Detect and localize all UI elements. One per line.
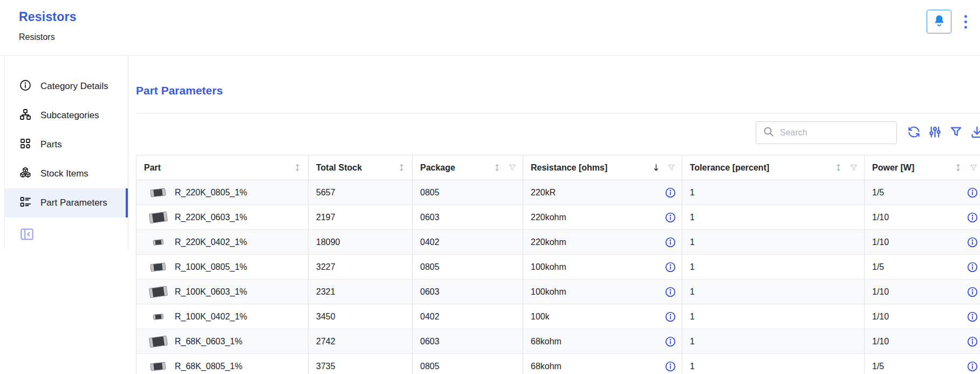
info-circle-icon (19, 79, 32, 94)
power-cell: 1/10 (872, 312, 889, 322)
info-icon[interactable] (664, 286, 676, 298)
total-stock-cell: 2742 (309, 329, 413, 354)
notifications-button[interactable] (927, 10, 951, 33)
filter-button[interactable] (948, 124, 963, 142)
power-cell: 1/5 (872, 262, 884, 272)
tolerance-cell: 1 (682, 329, 865, 354)
info-icon[interactable] (967, 311, 978, 323)
info-icon[interactable] (967, 286, 978, 298)
part-name[interactable]: R_68K_0805_1% (175, 362, 242, 371)
column-header-package[interactable]: Package (413, 155, 523, 180)
column-settings-button[interactable] (927, 124, 942, 142)
main-content: Part Parameters (128, 56, 980, 374)
column-header-total-stock[interactable]: Total Stock (309, 155, 413, 180)
part-thumbnail (148, 257, 168, 277)
resistance-cell: 220kohm (531, 213, 566, 222)
sidebar-item-label: Stock Items (40, 168, 88, 179)
download-button[interactable] (969, 124, 980, 142)
package-cell: 0402 (413, 304, 523, 329)
column-filter-icon[interactable] (849, 163, 859, 173)
sidebar-item-category-details[interactable]: Category Details (5, 72, 128, 101)
part-name[interactable]: R_220K_0603_1% (175, 213, 247, 222)
power-cell: 1/5 (872, 188, 884, 198)
sort-icon[interactable] (833, 162, 844, 173)
column-label: Part (144, 163, 161, 173)
resistance-cell: 100k (531, 312, 550, 322)
column-filter-icon[interactable] (667, 163, 676, 173)
info-icon[interactable] (967, 361, 978, 372)
column-label: Package (420, 163, 455, 173)
package-cell: 0603 (413, 280, 523, 304)
info-icon[interactable] (967, 336, 978, 348)
table-row[interactable]: R_220K_0603_1% 2197 0603 220kohm 1 1/10 (136, 205, 980, 230)
info-icon[interactable] (967, 187, 978, 199)
page-title: Resistors (19, 10, 77, 24)
resistance-cell: 100kohm (531, 262, 566, 272)
sidebar-item-part-parameters[interactable]: Part Parameters (5, 188, 128, 217)
part-name[interactable]: R_220K_0402_1% (175, 237, 247, 247)
info-icon[interactable] (967, 261, 978, 273)
column-header-tolerance[interactable]: Tolerance [percent] (682, 155, 865, 180)
part-name[interactable]: R_220K_0805_1% (175, 188, 247, 198)
app-window: Resistors Resistors (0, 0, 980, 374)
info-icon[interactable] (664, 311, 676, 323)
table-row[interactable]: R_100K_0603_1% 2321 0603 100kohm 1 1/10 (136, 280, 980, 304)
table-row[interactable]: R_220K_0805_1% 5657 0805 220kR 1 1/5 (136, 180, 980, 205)
table-row[interactable]: R_100K_0402_1% 3450 0402 100k 1 1/10 (136, 304, 980, 329)
workspace: Category Details Subcategories (0, 56, 980, 374)
sidebar-item-subcategories[interactable]: Subcategories (5, 101, 128, 130)
sort-icon[interactable] (953, 162, 963, 173)
info-icon[interactable] (664, 212, 676, 223)
sidebar-item-stock-items[interactable]: Stock Items (5, 159, 128, 188)
sort-descending-icon[interactable] (651, 162, 661, 173)
tolerance-cell: 1 (682, 304, 865, 329)
top-header: Resistors Resistors (0, 0, 980, 56)
download-icon (970, 125, 980, 141)
part-name[interactable]: R_100K_0603_1% (175, 287, 247, 297)
column-filter-icon[interactable] (508, 163, 517, 173)
sidebar-item-parts[interactable]: Parts (5, 130, 128, 159)
list-details-icon (19, 195, 32, 211)
refresh-icon (907, 125, 921, 141)
sidebar-item-label: Parts (40, 139, 62, 150)
sidebar-item-label: Category Details (40, 81, 108, 92)
resistance-cell: 100kohm (531, 287, 566, 297)
column-header-part[interactable]: Part (136, 155, 309, 180)
info-icon[interactable] (664, 361, 676, 372)
sidebar-collapse-button[interactable] (19, 226, 35, 242)
part-name[interactable]: R_100K_0402_1% (175, 312, 247, 322)
package-cell: 0603 (413, 205, 523, 230)
overflow-menu-button[interactable] (960, 12, 971, 32)
refresh-button[interactable] (906, 124, 921, 142)
part-name[interactable]: R_100K_0805_1% (175, 262, 247, 272)
info-icon[interactable] (664, 187, 676, 199)
table-row[interactable]: R_68K_0805_1% 3735 0805 68kohm 1 1/5 (136, 354, 980, 374)
part-name[interactable]: R_68K_0603_1% (175, 337, 242, 346)
info-icon[interactable] (664, 236, 676, 248)
info-icon[interactable] (967, 236, 978, 248)
sort-icon[interactable] (492, 162, 502, 173)
package-cell: 0603 (413, 329, 523, 354)
column-header-resistance[interactable]: Resistance [ohms] (523, 155, 682, 180)
table-row[interactable]: R_100K_0805_1% 3227 0805 100kohm 1 1/5 (136, 255, 980, 280)
breadcrumb[interactable]: Resistors (19, 32, 77, 42)
adjustments-icon (928, 125, 942, 141)
table-row[interactable]: R_220K_0402_1% 18090 0402 220kohm 1 1/10 (136, 230, 980, 255)
info-icon[interactable] (967, 212, 978, 223)
packages-icon (19, 166, 32, 182)
sidebar-collapse-icon (19, 235, 35, 244)
info-icon[interactable] (664, 261, 676, 273)
sort-icon[interactable] (396, 162, 407, 173)
sort-icon[interactable] (292, 162, 303, 173)
topbar-actions (927, 10, 971, 33)
info-icon[interactable] (664, 336, 676, 348)
table-row[interactable]: R_68K_0603_1% 2742 0603 68kohm 1 1/10 (136, 329, 980, 354)
power-cell: 1/10 (872, 287, 889, 297)
column-header-power[interactable]: Power [W] (865, 155, 980, 180)
search-input[interactable] (780, 128, 891, 138)
tolerance-cell: 1 (682, 180, 865, 205)
column-filter-icon[interactable] (969, 163, 978, 173)
column-label: Total Stock (316, 163, 362, 173)
part-thumbnail (148, 332, 168, 351)
column-label: Tolerance [percent] (690, 163, 769, 173)
